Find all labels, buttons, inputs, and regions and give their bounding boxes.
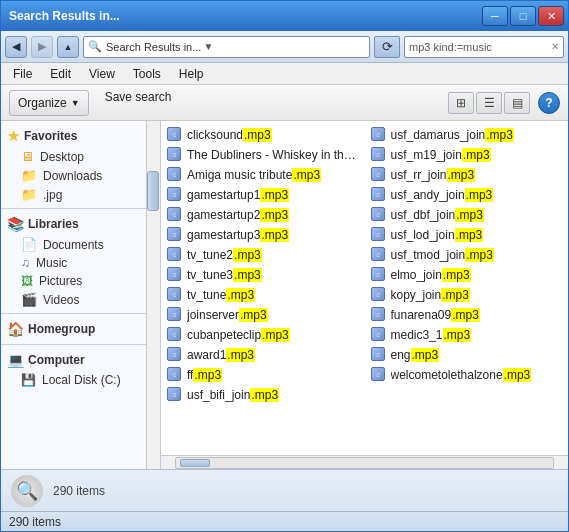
file-name: gamestartup3.mp3 (187, 228, 289, 242)
back-button[interactable]: ◀ (5, 36, 27, 58)
list-item[interactable]: ♫Amiga music tribute.mp3 (161, 165, 365, 185)
horizontal-scrollbar[interactable] (161, 455, 568, 469)
file-icon: ♫ (371, 207, 385, 221)
sidebar-item-pictures[interactable]: 🖼 Pictures (1, 272, 146, 290)
sidebar-libraries-label: Libraries (28, 217, 79, 231)
sidebar-localdisk-label: Local Disk (C:) (42, 373, 121, 387)
file-icon: ♫ (167, 167, 181, 181)
list-item[interactable]: ♫usf_andy_join.mp3 (365, 185, 569, 205)
file-name: tv_tune2.mp3 (187, 248, 262, 262)
refresh-button[interactable]: ⟳ (374, 36, 400, 58)
sidebar-item-jpg[interactable]: 📁 .jpg (1, 185, 146, 204)
sidebar-pictures-label: Pictures (39, 274, 82, 288)
window: Search Results in... ─ □ ✕ ◀ ▶ ▲ 🔍 Searc… (0, 0, 569, 532)
address-field[interactable]: 🔍 Search Results in... ▼ (83, 36, 370, 58)
sidebar-homegroup-header[interactable]: 🏠 Homegroup (1, 318, 146, 340)
sidebar-item-music[interactable]: ♫ Music (1, 254, 146, 272)
list-item[interactable]: ♫usf_m19_join.mp3 (365, 145, 569, 165)
file-name: clicksound.mp3 (187, 128, 272, 142)
address-bar: ◀ ▶ ▲ 🔍 Search Results in... ▼ ⟳ mp3 kin… (1, 31, 568, 63)
minimize-button[interactable]: ─ (482, 6, 508, 26)
menu-help[interactable]: Help (171, 65, 212, 83)
content-area: ★ Favorites 🖥 Desktop 📁 Downloads 📁 .jpg (1, 121, 568, 469)
file-name: ff.mp3 (187, 368, 222, 382)
sidebar-computer-header[interactable]: 💻 Computer (1, 349, 146, 371)
list-item[interactable]: ♫usf_rr_join.mp3 (365, 165, 569, 185)
menu-view[interactable]: View (81, 65, 123, 83)
h-scroll-thumb[interactable] (180, 459, 210, 467)
file-name: award1.mp3 (187, 348, 255, 362)
list-item[interactable]: ♫funarena09.mp3 (365, 305, 569, 325)
address-arrow[interactable]: ▼ (203, 41, 213, 52)
list-item[interactable]: ♫eng.mp3 (365, 345, 569, 365)
sidebar-scroll-thumb[interactable] (147, 171, 159, 211)
list-item[interactable]: ♫usf_tmod_join.mp3 (365, 245, 569, 265)
close-button[interactable]: ✕ (538, 6, 564, 26)
file-icon: ♫ (167, 147, 181, 161)
folder-icon: 📁 (21, 187, 37, 202)
computer-icon: 💻 (7, 352, 24, 368)
list-item[interactable]: ♫usf_dbf_join.mp3 (365, 205, 569, 225)
sidebar-divider-2 (1, 313, 146, 314)
up-button[interactable]: ▲ (57, 36, 79, 58)
list-item[interactable]: ♫usf_bifi_join.mp3 (161, 385, 365, 405)
list-item[interactable]: ♫welcometolethalzone.mp3 (365, 365, 569, 385)
file-name: usf_bifi_join.mp3 (187, 388, 279, 402)
organize-button[interactable]: Organize ▼ (9, 90, 89, 116)
sidebar-item-desktop[interactable]: 🖥 Desktop (1, 147, 146, 166)
file-name: gamestartup1.mp3 (187, 188, 289, 202)
search-field[interactable]: mp3 kind:=music ✕ (404, 36, 564, 58)
list-item[interactable]: ♫ff.mp3 (161, 365, 365, 385)
sidebar-favorites-header[interactable]: ★ Favorites (1, 125, 146, 147)
file-name: medic3_1.mp3 (391, 328, 472, 342)
save-search-button[interactable]: Save search (97, 90, 180, 116)
menu-bar: File Edit View Tools Help (1, 63, 568, 85)
list-item[interactable]: ♫elmo_join.mp3 (365, 265, 569, 285)
menu-edit[interactable]: Edit (42, 65, 79, 83)
file-icon: ♫ (167, 307, 181, 321)
sidebar-libraries-header[interactable]: 📚 Libraries (1, 213, 146, 235)
sidebar-item-videos[interactable]: 🎬 Videos (1, 290, 146, 309)
list-item[interactable]: ♫joinserver.mp3 (161, 305, 365, 325)
list-item[interactable]: ♫tv_tune.mp3 (161, 285, 365, 305)
list-item[interactable]: ♫The Dubliners - Whiskey in the jar.mp3 (161, 145, 365, 165)
help-button[interactable]: ? (538, 92, 560, 114)
list-item[interactable]: ♫gamestartup3.mp3 (161, 225, 365, 245)
sidebar-item-downloads[interactable]: 📁 Downloads (1, 166, 146, 185)
list-item[interactable]: ♫medic3_1.mp3 (365, 325, 569, 345)
list-item[interactable]: ♫tv_tune2.mp3 (161, 245, 365, 265)
view-grid-button[interactable]: ⊞ (448, 92, 474, 114)
sidebar-section-computer: 💻 Computer 💾 Local Disk (C:) (1, 349, 146, 389)
list-item[interactable]: ♫tv_tune3.mp3 (161, 265, 365, 285)
list-item[interactable]: ♫usf_damarus_join.mp3 (365, 125, 569, 145)
sidebar-scrollbar[interactable] (146, 121, 160, 469)
sidebar-item-localdisk[interactable]: 💾 Local Disk (C:) (1, 371, 146, 389)
file-icon: ♫ (371, 327, 385, 341)
menu-file[interactable]: File (5, 65, 40, 83)
file-name: kopy_join.mp3 (391, 288, 470, 302)
sidebar-divider-3 (1, 344, 146, 345)
sidebar-item-documents[interactable]: 📄 Documents (1, 235, 146, 254)
clear-search-button[interactable]: ✕ (551, 41, 559, 52)
list-item[interactable]: ♫cubanpeteclip.mp3 (161, 325, 365, 345)
list-item[interactable]: ♫clicksound.mp3 (161, 125, 365, 145)
maximize-button[interactable]: □ (510, 6, 536, 26)
file-icon: ♫ (371, 227, 385, 241)
forward-button[interactable]: ▶ (31, 36, 53, 58)
list-item[interactable]: ♫usf_lod_join.mp3 (365, 225, 569, 245)
sidebar-section-homegroup: 🏠 Homegroup (1, 318, 146, 340)
h-scroll-track[interactable] (175, 457, 554, 469)
file-icon: ♫ (167, 367, 181, 381)
file-name: eng.mp3 (391, 348, 440, 362)
videos-icon: 🎬 (21, 292, 37, 307)
menu-tools[interactable]: Tools (125, 65, 169, 83)
file-icon: ♫ (371, 307, 385, 321)
file-icon: ♫ (167, 347, 181, 361)
view-list-button[interactable]: ☰ (476, 92, 502, 114)
view-details-button[interactable]: ▤ (504, 92, 530, 114)
list-item[interactable]: ♫award1.mp3 (161, 345, 365, 365)
list-item[interactable]: ♫gamestartup1.mp3 (161, 185, 365, 205)
organize-arrow-icon: ▼ (71, 98, 80, 108)
list-item[interactable]: ♫gamestartup2.mp3 (161, 205, 365, 225)
list-item[interactable]: ♫kopy_join.mp3 (365, 285, 569, 305)
